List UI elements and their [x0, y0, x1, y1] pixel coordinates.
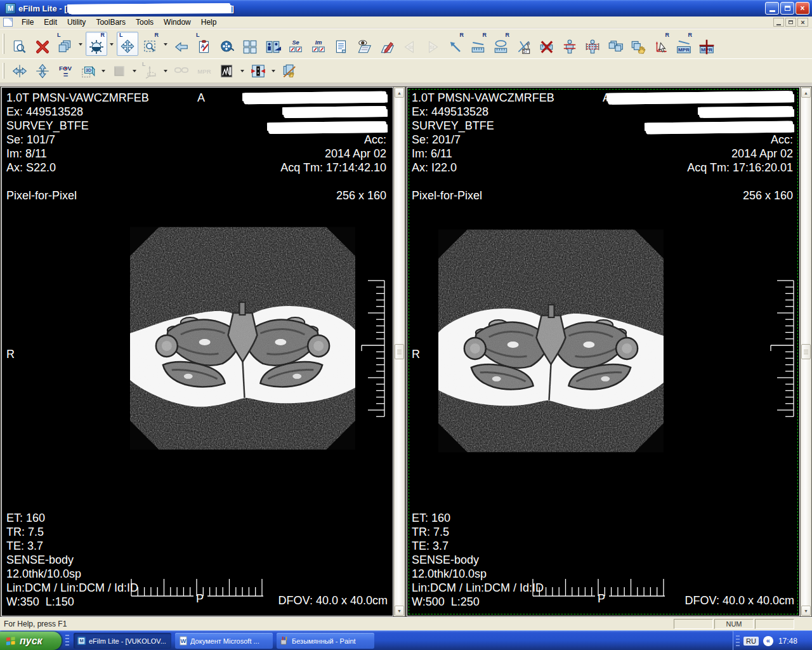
scrollbar-thumb[interactable]: [395, 344, 404, 359]
start-button[interactable]: пуск: [0, 632, 62, 650]
toolbar-button-previous-study[interactable]: St: [399, 32, 421, 56]
toolbar-button-scout-all-images[interactable]: [582, 32, 603, 56]
toolbar-dropdown-histogram[interactable]: [239, 61, 246, 81]
toolbar-button-stack-mode[interactable]: L: [55, 32, 76, 56]
toolbar-button-mpr-line[interactable]: MPRR: [673, 32, 695, 56]
scout-icon: [561, 39, 578, 55]
mdi-close-button[interactable]: ×: [797, 18, 808, 27]
menu-edit[interactable]: Edit: [39, 17, 62, 28]
svg-text:3D: 3D: [86, 68, 91, 72]
toolbar-button-edit-report[interactable]: [376, 32, 398, 56]
toolbar-button-angle-measurement[interactable]: θ57°: [513, 32, 535, 56]
scroll-up-button[interactable]: ▲: [395, 88, 404, 98]
toolbar-button-stack-drag[interactable]: [627, 32, 649, 56]
toolbar-button-flip-horizontal[interactable]: [9, 61, 30, 81]
toolbar-button-stack-annotate[interactable]: [278, 61, 300, 81]
menu-tools[interactable]: Tools: [131, 17, 159, 28]
chevron-down-icon: [164, 43, 167, 48]
redacted-patient-name: [284, 106, 386, 117]
toolbar-button-link-stacks[interactable]: [605, 32, 626, 56]
toolbar-button-open-study[interactable]: [9, 32, 30, 56]
toolbar-dropdown-stack-mode[interactable]: [77, 32, 84, 56]
scrollbar-thumb[interactable]: [801, 344, 811, 359]
taskbar-task-word[interactable]: W Документ Microsoft ...: [175, 633, 273, 649]
menu-window[interactable]: Window: [159, 17, 196, 28]
toolbar-dropdown-zoom[interactable]: [162, 32, 169, 56]
toolbar-button-invert-image[interactable]: [247, 61, 269, 81]
toolbar-dropdown-invert-image[interactable]: [270, 61, 277, 81]
mdi-restore-button[interactable]: [785, 18, 796, 27]
toolbar-button-scout-lines[interactable]: [559, 32, 580, 56]
toolbar-button-zoom[interactable]: R: [140, 32, 161, 56]
svg-text:Im: Im: [315, 39, 322, 46]
toolbar-button-view-3d[interactable]: 3D: [77, 61, 99, 81]
study-left-icon: St: [402, 39, 418, 55]
toolbar-dropdown-view-3d[interactable]: [100, 61, 107, 81]
toolbar-button-mpr-crosshair[interactable]: MPR: [696, 32, 717, 56]
toolbar-dropdown-rotate-3d[interactable]: [162, 61, 169, 81]
viewport-panel-left[interactable]: 1.0T PMSN-VAWCZMRFEB A Ex: 449513528 SUR…: [1, 87, 405, 616]
menu-help[interactable]: Help: [196, 17, 222, 28]
mdi-minimize-button[interactable]: [773, 18, 784, 27]
mpr-cross-icon: MPR: [698, 39, 715, 55]
toolbar-button-cine[interactable]: [216, 32, 238, 56]
windows-taskbar: пуск M eFilm Lite - [VUKOLOV... W Докуме…: [0, 630, 812, 650]
toolbar-button-delete-measurements[interactable]: [536, 32, 558, 56]
open-study-icon: [11, 39, 28, 55]
toolbar-button-flip-vertical[interactable]: [32, 61, 53, 81]
close-button[interactable]: ×: [796, 2, 809, 15]
toolbar-button-window-level[interactable]: R: [86, 32, 107, 56]
minimize-button[interactable]: [765, 2, 779, 15]
mdi-document-icon[interactable]: [3, 18, 13, 27]
toolbar-button-histogram[interactable]: [216, 61, 238, 81]
title-bar[interactable]: M eFilm Lite - [ ] ×: [0, 0, 812, 17]
toolbar-grip[interactable]: [3, 63, 4, 79]
toolbar-button-cursor-3d[interactable]: R: [650, 32, 672, 56]
mouse-button-badge-R: R: [506, 32, 510, 38]
hide-icons-chevron-button[interactable]: «: [763, 636, 773, 646]
toolbar-button-compare-patients[interactable]: [262, 32, 284, 56]
taskbar-task-paint[interactable]: Безымянный - Paint: [277, 633, 374, 649]
viewport-image-area-left[interactable]: 1.0T PMSN-VAWCZMRFEB A Ex: 449513528 SUR…: [1, 87, 393, 616]
language-indicator[interactable]: RU: [743, 637, 759, 646]
tray-grip[interactable]: [736, 635, 740, 647]
toolbar-dropdown-rotate-view[interactable]: [131, 61, 138, 81]
toolbar-grip[interactable]: [3, 34, 4, 54]
orientation-marker-left: R: [412, 348, 420, 361]
toolbar-button-view-report[interactable]: [353, 32, 375, 56]
toolbar-button-linear-measurement[interactable]: R: [468, 32, 489, 56]
scroll-down-button[interactable]: ▼: [395, 606, 404, 616]
viewport-image-area-right[interactable]: 1.0T PMSN-VAWCZMRFEB A Ex: 449513528 SUR…: [407, 87, 800, 616]
restore-button[interactable]: [780, 2, 794, 15]
toolbar-button-rotate-view[interactable]: [108, 61, 130, 81]
toolbar-button-arrow-annotation[interactable]: R: [445, 32, 466, 56]
toolbar-button-report[interactable]: [331, 32, 352, 56]
toolbar-button-mpr-mode[interactable]: MPR: [193, 61, 215, 81]
toolbar-button-window-layout[interactable]: [239, 32, 261, 56]
toolbar-button-pan[interactable]: L: [117, 32, 138, 56]
angle-icon: θ57°: [516, 39, 532, 55]
toolbar-button-next-study[interactable]: St: [422, 32, 443, 56]
toolbar-button-rotate-3d[interactable]: L: [140, 61, 161, 81]
toolbar-button-stereo-view[interactable]: [171, 61, 192, 81]
scroll-up-button[interactable]: ▲: [801, 88, 811, 98]
quick-launch-separator[interactable]: [65, 635, 69, 647]
image-number: Im: 8/11: [6, 147, 47, 161]
viewport-panel-right[interactable]: 1.0T PMSN-VAWCZMRFEB A Ex: 449513528 SUR…: [407, 87, 811, 616]
toolbar-dropdown-window-level[interactable]: [108, 32, 115, 56]
taskbar-task-efilm[interactable]: M eFilm Lite - [VUKOLOV...: [74, 633, 171, 649]
menu-file[interactable]: File: [16, 17, 39, 28]
image-stack-scrollbar[interactable]: ▲ ▼: [801, 87, 811, 616]
scroll-down-button[interactable]: ▼: [801, 606, 811, 616]
toolbar-button-reset-view[interactable]: [171, 32, 192, 56]
toolbar-button-close-study[interactable]: [32, 32, 53, 56]
menu-utility[interactable]: Utility: [62, 17, 91, 28]
menu-toolbars[interactable]: ToolBars: [91, 17, 131, 28]
toolbar-button-annotations[interactable]: AL: [193, 32, 215, 56]
scout-all-icon: [584, 39, 601, 55]
image-stack-scrollbar[interactable]: ▲ ▼: [394, 87, 405, 616]
toolbar-button-fov[interactable]: FOV=: [55, 61, 76, 81]
toolbar-button-sync-images[interactable]: Im: [308, 32, 329, 56]
toolbar-button-sync-series[interactable]: Se: [285, 32, 306, 56]
toolbar-button-elliptical-roi[interactable]: R: [490, 32, 512, 56]
